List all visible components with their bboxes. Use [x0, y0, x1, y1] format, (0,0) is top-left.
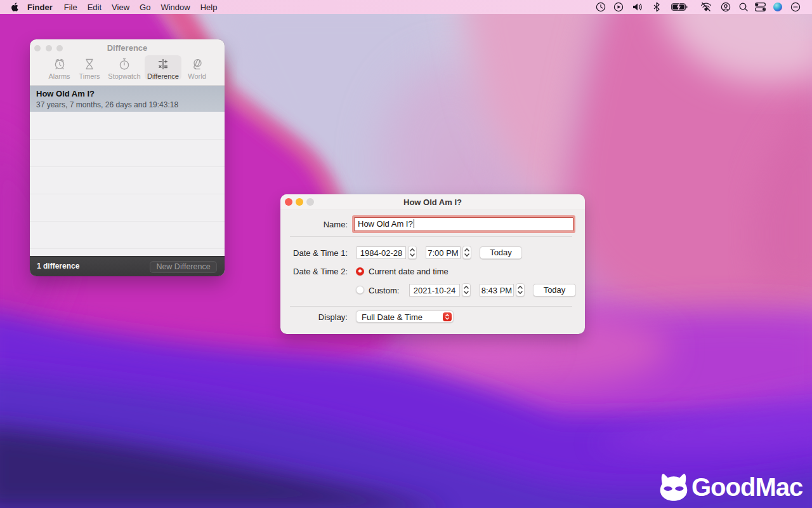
svg-text:GoodMac: GoodMac: [691, 473, 803, 501]
